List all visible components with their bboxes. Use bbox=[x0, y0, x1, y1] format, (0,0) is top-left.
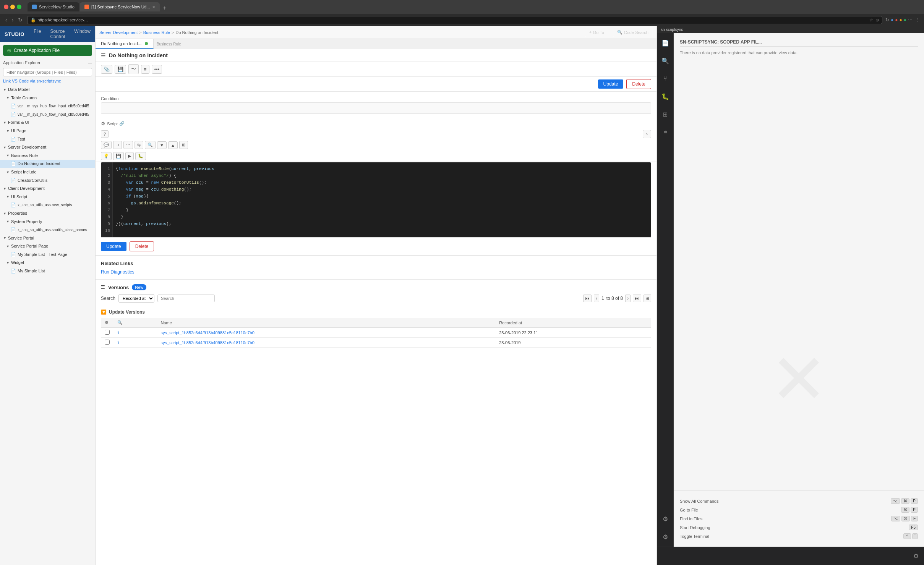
url-bar[interactable]: 🔒 https://empakooi.service-... ☆ ⊕ bbox=[27, 16, 882, 24]
menu-window[interactable]: Window bbox=[70, 26, 95, 42]
browser-tab-1[interactable]: ServiceNow Studio bbox=[28, 2, 79, 11]
script-btn-up[interactable]: ▲ bbox=[168, 141, 178, 149]
search-icon[interactable]: 🔍 bbox=[659, 55, 671, 67]
tree-item-my-simple-list[interactable]: 📄 My Simple List bbox=[0, 267, 95, 275]
menu-file[interactable]: File bbox=[29, 26, 45, 42]
hamburger-icon[interactable]: ☰ bbox=[101, 52, 106, 58]
sync-icon[interactable]: ⚙ bbox=[660, 513, 670, 525]
search-input[interactable] bbox=[157, 295, 215, 302]
history-button[interactable]: 〜 bbox=[128, 64, 139, 74]
tree-item-service-portal[interactable]: Service Portal bbox=[0, 234, 95, 243]
script-btn-indent[interactable]: ⇥ bbox=[113, 141, 122, 149]
list-view-button[interactable]: ≡ bbox=[141, 65, 149, 74]
script-btn-save[interactable]: 💾 bbox=[113, 152, 124, 160]
update-button[interactable]: Update bbox=[598, 79, 624, 89]
attach-button[interactable]: 📎 bbox=[101, 65, 112, 74]
create-application-file-button[interactable]: ⊕ Create Application File bbox=[3, 45, 92, 56]
settings-icon[interactable]: ⚙ bbox=[660, 531, 670, 543]
tree-item-sys-property[interactable]: System Property bbox=[0, 218, 95, 226]
checkbox-2[interactable] bbox=[105, 340, 110, 345]
ext-icon-6[interactable]: ⋯ bbox=[908, 17, 913, 23]
browser-tab-2[interactable]: [1] Scriptsync ServiceNow Uti... ✕ bbox=[80, 2, 160, 11]
ext-icon-5[interactable]: ● bbox=[904, 17, 906, 23]
script-btn-comment[interactable]: 💬 bbox=[101, 141, 112, 149]
row2-checkbox[interactable] bbox=[101, 338, 113, 348]
tree-item-new-scripts[interactable]: 📄 x_snc_sn_utils_ass.new_scripts bbox=[0, 201, 95, 209]
search-icon[interactable]: 🔍 bbox=[117, 320, 123, 325]
remote-icon[interactable]: 🖥 bbox=[660, 126, 671, 138]
script-btn-search[interactable]: 🔍 bbox=[145, 141, 156, 149]
script-btn-debug[interactable]: 🐛 bbox=[135, 152, 146, 160]
row1-name-link[interactable]: sys_script_1b852c6d4f913b409881c5c18110c… bbox=[161, 330, 255, 335]
forward-button[interactable]: › bbox=[10, 16, 15, 24]
git-icon[interactable]: ⑂ bbox=[661, 73, 669, 84]
reload-button[interactable]: ↻ bbox=[16, 16, 24, 24]
goto-button[interactable]: ⌖ Go To bbox=[585, 28, 608, 37]
page-first-button[interactable]: ⏮ bbox=[583, 295, 592, 302]
close-button[interactable] bbox=[4, 5, 8, 9]
editor-tab-do-nothing[interactable]: Do Nothing on Incid.... bbox=[96, 39, 154, 49]
tree-item-widget[interactable]: Widget bbox=[0, 259, 95, 267]
menu-source-control[interactable]: Source Control bbox=[45, 26, 70, 42]
delete-button[interactable]: Delete bbox=[626, 79, 651, 89]
tree-item-class-names[interactable]: 📄 x_snc_sn_utils_ass.snutils_class_names bbox=[0, 226, 95, 234]
collapse-icon[interactable]: — bbox=[88, 60, 92, 65]
delete-button-bottom[interactable]: Delete bbox=[130, 241, 154, 251]
tree-item-var2[interactable]: 📄 var__m_sys_hub_flow_input_cfb5d0ed4f5 bbox=[0, 110, 95, 119]
script-btn-format[interactable]: ⋯ bbox=[123, 141, 133, 149]
tree-item-do-nothing[interactable]: 📄 Do Nothing on Incident bbox=[0, 160, 95, 168]
tree-item-test[interactable]: 📄 Test bbox=[0, 135, 95, 144]
tab-2-close-icon[interactable]: ✕ bbox=[152, 5, 155, 9]
page-prev-button[interactable]: ‹ bbox=[594, 295, 599, 302]
files-icon[interactable]: 📄 bbox=[659, 37, 671, 49]
bookmark-icon[interactable]: ☆ bbox=[869, 18, 873, 23]
script-expand-button[interactable]: › bbox=[643, 130, 651, 138]
code-search-button[interactable]: 🔍 Code Search bbox=[613, 28, 653, 37]
tree-item-script-include[interactable]: Script Include bbox=[0, 168, 95, 176]
tree-item-creatorconutils[interactable]: 📄 CreatorConUtils bbox=[0, 176, 95, 185]
page-last-button[interactable]: ⏭ bbox=[633, 295, 641, 302]
tree-item-ui-script[interactable]: UI Script bbox=[0, 193, 95, 201]
tree-item-data-model[interactable]: Data Model bbox=[0, 86, 95, 94]
run-diagnostics-link[interactable]: Run Diagnostics bbox=[101, 269, 134, 275]
maximize-button[interactable] bbox=[17, 5, 21, 9]
tree-item-server-dev[interactable]: Server Development bbox=[0, 143, 95, 152]
code-editor[interactable]: 1 2 3 4 5 6 7 8 9 10 {function executeRu… bbox=[101, 162, 651, 238]
back-button[interactable]: ‹ bbox=[4, 16, 9, 24]
settings-icon[interactable]: ⚙ bbox=[105, 320, 109, 325]
tree-item-my-simple-list-test[interactable]: 📄 My Simple List - Test Page bbox=[0, 251, 95, 259]
browser-menu-button[interactable]: ⋮ bbox=[916, 17, 920, 23]
vscode-link[interactable]: Link VS Code via sn-scriptsync bbox=[0, 78, 95, 84]
condition-field[interactable] bbox=[101, 102, 651, 114]
debug-icon[interactable]: 🐛 bbox=[659, 91, 671, 102]
row2-name-link[interactable]: sys_script_1b852c6d4f913b409881c5c18110c… bbox=[161, 340, 255, 345]
search-filter-select[interactable]: Recorded at bbox=[118, 294, 154, 303]
filter-input[interactable] bbox=[3, 68, 92, 76]
extensions-icon[interactable]: ⊞ bbox=[660, 108, 670, 120]
script-btn-run[interactable]: ▶ bbox=[125, 152, 134, 160]
ext-icon-4[interactable]: ● bbox=[900, 17, 902, 23]
ext-icon-3[interactable]: ● bbox=[895, 17, 898, 23]
tree-item-var1[interactable]: 📄 var__m_sys_hub_flow_input_cfb5d0ed4f5 bbox=[0, 102, 95, 110]
script-btn-wrap[interactable]: ⇆ bbox=[135, 141, 143, 149]
row1-checkbox[interactable] bbox=[101, 328, 113, 338]
tree-item-sp-page[interactable]: Service Portal Page bbox=[0, 242, 95, 251]
tree-item-forms-ui[interactable]: Forms & UI bbox=[0, 118, 95, 127]
page-export-button[interactable]: ⊞ bbox=[644, 295, 651, 302]
tree-item-business-rule[interactable]: Business Rule bbox=[0, 152, 95, 160]
extension-icon-1[interactable]: ⊕ bbox=[875, 18, 879, 23]
ext-icon-1[interactable]: ↻ bbox=[885, 17, 889, 23]
versions-new-badge[interactable]: New bbox=[132, 284, 146, 290]
minimize-button[interactable] bbox=[10, 5, 15, 9]
tree-item-properties[interactable]: Properties bbox=[0, 209, 95, 218]
tree-item-table-column[interactable]: Table Column bbox=[0, 94, 95, 102]
tree-item-ui-page[interactable]: UI Page bbox=[0, 127, 95, 135]
right-bottom-settings-icon[interactable]: ⚙ bbox=[911, 550, 921, 562]
script-btn-help[interactable]: ? bbox=[101, 130, 109, 138]
update-button-bottom[interactable]: Update bbox=[101, 242, 126, 251]
breadcrumb-server-dev[interactable]: Server Development bbox=[99, 30, 138, 35]
more-options-button[interactable]: ••• bbox=[152, 65, 162, 74]
checkbox-1[interactable] bbox=[105, 330, 110, 335]
ext-icon-2[interactable]: ● bbox=[891, 17, 893, 23]
tree-item-client-dev[interactable]: Client Development bbox=[0, 185, 95, 193]
